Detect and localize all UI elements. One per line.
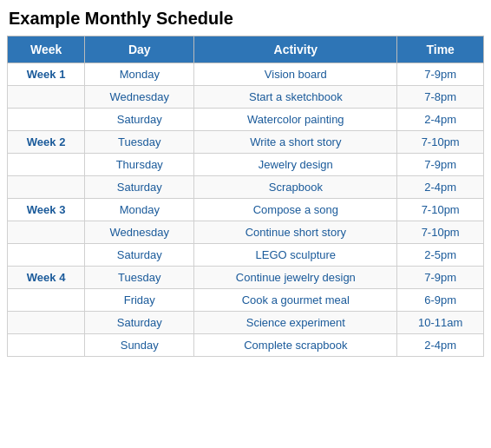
cell-time: 2-5pm bbox=[397, 244, 484, 267]
cell-week bbox=[8, 154, 85, 176]
cell-time: 7-10pm bbox=[397, 221, 484, 244]
page-container: Example Monthly Schedule Week Day Activi… bbox=[0, 0, 491, 366]
cell-activity: Vision board bbox=[194, 63, 397, 86]
table-row: WednesdayStart a sketchbook7-8pm bbox=[8, 86, 484, 109]
cell-time: 7-10pm bbox=[397, 199, 484, 221]
cell-day: Saturday bbox=[85, 109, 194, 131]
cell-day: Saturday bbox=[85, 312, 194, 334]
col-header-day: Day bbox=[85, 36, 194, 63]
cell-activity: Continue jewelry design bbox=[194, 267, 397, 289]
table-row: Week 1MondayVision board7-9pm bbox=[8, 63, 484, 86]
table-row: SaturdayScience experiment10-11am bbox=[8, 312, 484, 334]
cell-day: Tuesday bbox=[85, 267, 194, 289]
cell-time: 7-10pm bbox=[397, 131, 484, 154]
table-row: SaturdayLEGO sculpture2-5pm bbox=[8, 244, 484, 267]
col-header-time: Time bbox=[397, 36, 484, 63]
table-row: Week 4TuesdayContinue jewelry design7-9p… bbox=[8, 267, 484, 289]
cell-time: 10-11am bbox=[397, 312, 484, 334]
schedule-table: Week Day Activity Time Week 1MondayVisio… bbox=[7, 36, 484, 357]
cell-day: Thursday bbox=[85, 154, 194, 176]
cell-activity: Write a short story bbox=[194, 131, 397, 154]
col-header-week: Week bbox=[8, 36, 85, 63]
cell-time: 7-9pm bbox=[397, 267, 484, 289]
table-row: ThursdayJewelry design7-9pm bbox=[8, 154, 484, 176]
table-row: Week 3MondayCompose a song7-10pm bbox=[8, 199, 484, 221]
cell-day: Wednesday bbox=[85, 86, 194, 109]
table-row: Week 2TuesdayWrite a short story7-10pm bbox=[8, 131, 484, 154]
cell-day: Monday bbox=[85, 63, 194, 86]
cell-time: 2-4pm bbox=[397, 334, 484, 357]
cell-week bbox=[8, 109, 85, 131]
cell-activity: Continue short story bbox=[194, 221, 397, 244]
cell-week bbox=[8, 244, 85, 267]
cell-activity: Watercolor painting bbox=[194, 109, 397, 131]
cell-week: Week 2 bbox=[8, 131, 85, 154]
cell-day: Monday bbox=[85, 199, 194, 221]
cell-activity: Complete scrapbook bbox=[194, 334, 397, 357]
cell-time: 2-4pm bbox=[397, 176, 484, 199]
cell-day: Sunday bbox=[85, 334, 194, 357]
table-row: SaturdayScrapbook2-4pm bbox=[8, 176, 484, 199]
table-row: WednesdayContinue short story7-10pm bbox=[8, 221, 484, 244]
cell-activity: LEGO sculpture bbox=[194, 244, 397, 267]
cell-time: 7-9pm bbox=[397, 154, 484, 176]
cell-week bbox=[8, 334, 85, 357]
cell-activity: Scrapbook bbox=[194, 176, 397, 199]
cell-activity: Jewelry design bbox=[194, 154, 397, 176]
cell-time: 6-9pm bbox=[397, 289, 484, 312]
cell-day: Saturday bbox=[85, 176, 194, 199]
cell-activity: Cook a gourmet meal bbox=[194, 289, 397, 312]
cell-time: 2-4pm bbox=[397, 109, 484, 131]
cell-week: Week 3 bbox=[8, 199, 85, 221]
table-row: FridayCook a gourmet meal6-9pm bbox=[8, 289, 484, 312]
cell-week: Week 1 bbox=[8, 63, 85, 86]
cell-activity: Compose a song bbox=[194, 199, 397, 221]
cell-activity: Science experiment bbox=[194, 312, 397, 334]
table-header-row: Week Day Activity Time bbox=[8, 36, 484, 63]
cell-day: Tuesday bbox=[85, 131, 194, 154]
cell-week bbox=[8, 176, 85, 199]
cell-day: Saturday bbox=[85, 244, 194, 267]
col-header-activity: Activity bbox=[194, 36, 397, 63]
cell-day: Wednesday bbox=[85, 221, 194, 244]
cell-week bbox=[8, 289, 85, 312]
cell-day: Friday bbox=[85, 289, 194, 312]
table-row: SundayComplete scrapbook2-4pm bbox=[8, 334, 484, 357]
table-row: SaturdayWatercolor painting2-4pm bbox=[8, 109, 484, 131]
cell-week bbox=[8, 86, 85, 109]
cell-week bbox=[8, 312, 85, 334]
cell-week: Week 4 bbox=[8, 267, 85, 289]
cell-time: 7-9pm bbox=[397, 63, 484, 86]
page-title: Example Monthly Schedule bbox=[7, 9, 484, 29]
cell-activity: Start a sketchbook bbox=[194, 86, 397, 109]
cell-time: 7-8pm bbox=[397, 86, 484, 109]
cell-week bbox=[8, 221, 85, 244]
